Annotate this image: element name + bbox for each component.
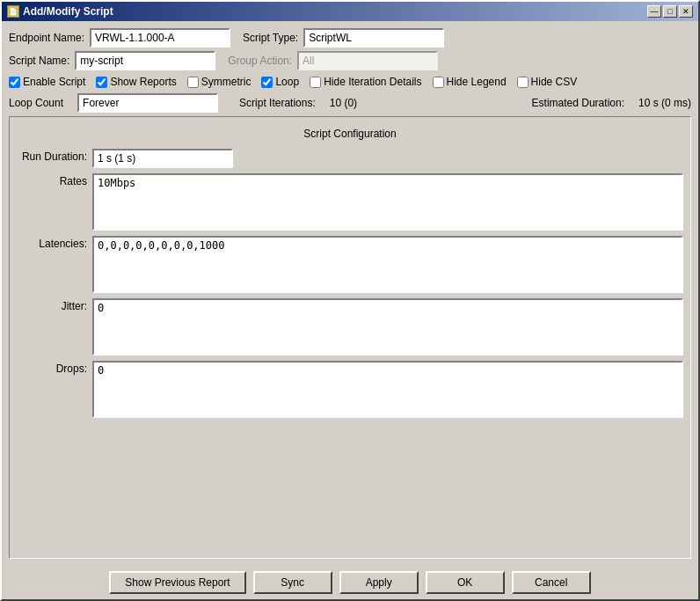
- estimated-duration-label: Estimated Duration:: [532, 97, 624, 109]
- sync-button[interactable]: Sync: [253, 571, 332, 594]
- endpoint-label: Endpoint Name:: [9, 32, 84, 44]
- main-window: 📄 Add/Modify Script — □ ✕ Endpoint Name:…: [0, 0, 700, 601]
- loop-count-label: Loop Count: [9, 97, 63, 109]
- hide-csv-checkbox[interactable]: [517, 77, 529, 88]
- enable-script-item: Enable Script: [9, 76, 85, 88]
- rates-textarea[interactable]: [92, 173, 683, 231]
- footer: Show Previous Report Sync Apply OK Cance…: [2, 566, 698, 599]
- script-name-row: Script Name: Group Action: All: [9, 51, 691, 70]
- run-duration-row: Run Duration: 1 s (1 s): [17, 149, 683, 168]
- loop-item: Loop: [261, 76, 299, 88]
- drops-textarea[interactable]: [92, 361, 683, 418]
- ok-button[interactable]: OK: [426, 571, 505, 594]
- latencies-label: Latencies:: [17, 236, 87, 250]
- section-title: Script Configuration: [17, 124, 683, 143]
- endpoint-row: Endpoint Name: VRWL-1.1.000-A Script Typ…: [9, 28, 691, 48]
- loop-checkbox[interactable]: [261, 77, 273, 88]
- checkbox-row: Enable Script Show Reports Symmetric Loo…: [9, 74, 691, 90]
- jitter-row: Jitter:: [17, 298, 683, 355]
- script-type-label: Script Type:: [243, 32, 298, 44]
- hide-iteration-item: Hide Iteration Details: [310, 76, 421, 88]
- run-duration-select[interactable]: 1 s (1 s): [92, 149, 233, 168]
- title-bar: 📄 Add/Modify Script — □ ✕: [2, 2, 698, 21]
- script-iterations-value: 10 (0): [330, 97, 357, 109]
- script-name-label: Script Name:: [9, 55, 69, 67]
- script-config-section: Script Configuration Run Duration: 1 s (…: [9, 116, 691, 559]
- hide-iteration-checkbox[interactable]: [310, 77, 321, 88]
- endpoint-combo-wrapper: VRWL-1.1.000-A: [90, 28, 230, 48]
- endpoint-select[interactable]: VRWL-1.1.000-A: [90, 28, 230, 48]
- show-reports-label: Show Reports: [110, 76, 176, 88]
- run-duration-combo-wrapper: 1 s (1 s): [92, 149, 233, 168]
- script-type-select[interactable]: ScriptWL: [303, 28, 444, 48]
- run-duration-label: Run Duration:: [17, 149, 87, 163]
- latencies-textarea[interactable]: [92, 236, 683, 293]
- loop-label: Loop: [275, 76, 299, 88]
- hide-csv-item: Hide CSV: [517, 76, 578, 88]
- script-name-input[interactable]: [75, 51, 215, 70]
- group-action-label: Group Action:: [228, 55, 292, 67]
- hide-iteration-label: Hide Iteration Details: [324, 76, 421, 88]
- title-bar-left: 📄 Add/Modify Script: [7, 5, 113, 18]
- hide-legend-checkbox[interactable]: [433, 77, 444, 88]
- symmetric-checkbox[interactable]: [187, 77, 199, 88]
- enable-script-label: Enable Script: [23, 76, 85, 88]
- loop-count-combo-wrapper: Forever 1 5 10: [77, 93, 218, 113]
- show-previous-report-button[interactable]: Show Previous Report: [109, 571, 245, 594]
- cancel-button[interactable]: Cancel: [512, 571, 591, 594]
- hide-legend-item: Hide Legend: [433, 76, 507, 88]
- jitter-textarea[interactable]: [92, 298, 683, 355]
- estimated-duration-value: 10 s (0 ms): [638, 97, 691, 109]
- drops-row: Drops:: [17, 361, 683, 418]
- show-reports-checkbox[interactable]: [96, 77, 107, 88]
- latencies-row: Latencies:: [17, 236, 683, 293]
- loop-count-select[interactable]: Forever 1 5 10: [77, 93, 218, 113]
- hide-csv-label: Hide CSV: [531, 76, 578, 88]
- close-button[interactable]: ✕: [679, 5, 693, 18]
- content-area: Endpoint Name: VRWL-1.1.000-A Script Typ…: [2, 21, 698, 566]
- loop-count-row: Loop Count Forever 1 5 10 Script Iterati…: [9, 93, 691, 113]
- minimize-button[interactable]: —: [647, 5, 661, 18]
- apply-button[interactable]: Apply: [339, 571, 419, 594]
- window-title: Add/Modify Script: [23, 5, 113, 18]
- maximize-button[interactable]: □: [663, 5, 677, 18]
- group-action-select[interactable]: All: [297, 51, 438, 70]
- script-iterations-label: Script Iterations:: [239, 97, 316, 109]
- symmetric-label: Symmetric: [201, 76, 252, 88]
- rates-label: Rates: [17, 173, 87, 187]
- symmetric-item: Symmetric: [187, 76, 252, 88]
- jitter-label: Jitter:: [17, 298, 87, 312]
- window-icon: 📄: [7, 5, 19, 18]
- group-action-combo-wrapper: All: [297, 51, 438, 70]
- show-reports-item: Show Reports: [96, 76, 176, 88]
- script-type-combo-wrapper: ScriptWL: [303, 28, 444, 48]
- enable-script-checkbox[interactable]: [9, 77, 20, 88]
- title-buttons: — □ ✕: [647, 5, 693, 18]
- hide-legend-label: Hide Legend: [447, 76, 507, 88]
- rates-row: Rates: [17, 173, 683, 231]
- drops-label: Drops:: [17, 361, 87, 375]
